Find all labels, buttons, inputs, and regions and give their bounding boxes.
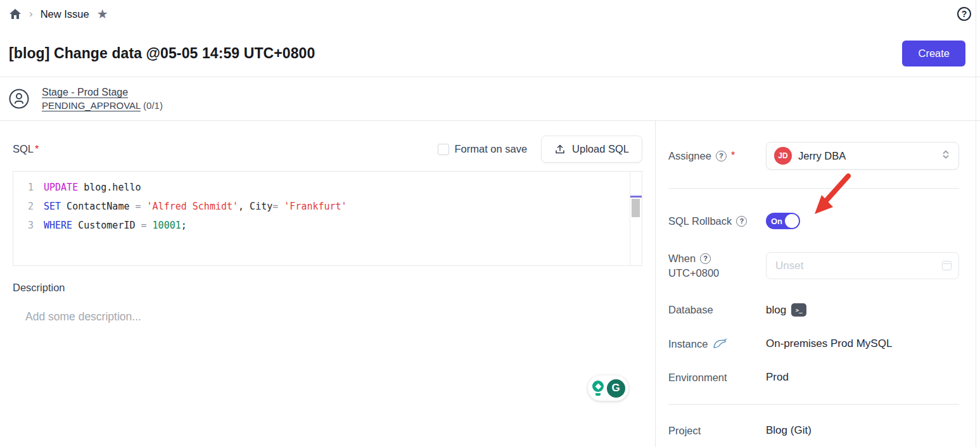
line-number: 1 [13, 178, 44, 197]
sql-console-icon[interactable]: >_ [791, 303, 806, 317]
database-value[interactable]: blog [766, 304, 786, 317]
project-value: Blog (Git) [766, 424, 811, 437]
new-issue-page: › New Issue ★ ? [blog] Change data @05-0… [0, 0, 980, 447]
grammarly-widget[interactable]: G [588, 375, 628, 401]
format-on-save-control[interactable]: Format on save [438, 143, 527, 155]
person-icon [9, 89, 29, 109]
assignee-value: Jerry DBA [798, 150, 934, 162]
required-asterisk: * [35, 143, 39, 154]
sql-header-row: SQL* Format on save Upload SQL [13, 135, 642, 163]
chevron-right-icon: › [29, 8, 33, 20]
when-timezone: UTC+0800 [668, 267, 766, 279]
star-icon[interactable]: ★ [97, 8, 108, 20]
page-title: [blog] Change data @05-05 14:59 UTC+0800 [9, 45, 315, 62]
when-input[interactable] [766, 252, 959, 279]
project-label: Project [668, 425, 766, 437]
sql-rollback-row: SQL Rollback ? On [668, 213, 959, 229]
title-bar: [blog] Change data @05-05 14:59 UTC+0800… [0, 23, 980, 77]
page-scrollbar-track[interactable] [976, 0, 976, 447]
code-line[interactable]: 1UPDATE blog.hello [13, 178, 642, 197]
assignee-label: Assignee [668, 150, 711, 162]
create-button[interactable]: Create [902, 41, 965, 66]
calendar-icon[interactable] [942, 261, 951, 270]
issue-body: SQL* Format on save Upload SQL [0, 121, 980, 447]
sidebar-divider-bottom [668, 404, 959, 405]
sql-actions: Format on save Upload SQL [438, 135, 642, 163]
sql-editor[interactable]: 1UPDATE blog.hello2SET ContactName = 'Al… [13, 171, 642, 266]
editor-overview-decoration [630, 196, 642, 198]
when-label: When [668, 253, 696, 265]
line-number: 3 [13, 216, 44, 235]
code-line[interactable]: 2SET ContactName = 'Alfred Schmidt', Cit… [13, 197, 642, 216]
instance-value: On-premises Prod MySQL [766, 337, 892, 350]
instance-row: Instance On-premises Prod MySQL [668, 337, 959, 350]
breadcrumb: › New Issue ★ [9, 8, 108, 20]
grammarly-icon[interactable]: G [607, 379, 625, 398]
sql-rollback-toggle[interactable]: On [766, 213, 800, 229]
home-icon[interactable] [9, 8, 22, 20]
environment-value: Prod [766, 371, 789, 384]
stage-approval-count: (0/1) [143, 100, 163, 111]
editor-scrollbar[interactable] [630, 172, 642, 265]
sql-rollback-help-icon[interactable]: ? [736, 216, 747, 227]
instance-label: Instance [668, 338, 708, 350]
main-column: SQL* Format on save Upload SQL [0, 121, 656, 447]
breadcrumb-current[interactable]: New Issue [41, 8, 89, 20]
upload-sql-button[interactable]: Upload SQL [541, 135, 642, 163]
issue-sidebar: Assignee ? * JD Jerry DBA [656, 121, 980, 447]
format-on-save-checkbox[interactable] [438, 144, 449, 155]
toggle-knob [785, 214, 799, 228]
stage-bar: Stage - Prod Stage PENDING_APPROVAL (0/1… [0, 77, 980, 121]
database-label: Database [668, 304, 766, 316]
environment-label: Environment [668, 372, 766, 384]
environment-row: Environment Prod [668, 371, 959, 384]
mysql-dolphin-icon [712, 338, 727, 349]
sql-field-label: SQL* [13, 143, 39, 155]
database-row: Database blog >_ [668, 303, 959, 317]
project-row: Project Blog (Git) [668, 424, 959, 437]
description-label: Description [13, 282, 642, 294]
sql-rollback-label: SQL Rollback [668, 215, 732, 227]
editor-lines: 1UPDATE blog.hello2SET ContactName = 'Al… [13, 178, 642, 235]
stage-link[interactable]: Stage - Prod Stage [42, 87, 163, 98]
select-chevrons-icon [941, 149, 951, 163]
format-on-save-label: Format on save [454, 143, 527, 155]
when-help-icon[interactable]: ? [700, 253, 711, 264]
assignee-avatar: JD [774, 147, 792, 165]
assignee-help-icon[interactable]: ? [716, 151, 727, 161]
line-number: 2 [13, 197, 44, 216]
assignee-row: Assignee ? * JD Jerry DBA [668, 142, 959, 170]
help-icon[interactable]: ? [957, 7, 971, 21]
upload-icon [554, 144, 566, 155]
suggestion-bulb-icon[interactable] [592, 381, 604, 396]
top-bar: › New Issue ★ ? [0, 0, 980, 23]
sidebar-divider [668, 188, 959, 189]
description-input[interactable]: Add some description... [25, 310, 642, 324]
stage-status-link[interactable]: PENDING_APPROVAL [42, 100, 141, 111]
assignee-select[interactable]: JD Jerry DBA [766, 142, 959, 170]
scrollbar-thumb[interactable] [632, 199, 640, 217]
assignee-required-asterisk: * [731, 150, 735, 161]
when-row: When ? UTC+0800 [668, 252, 959, 279]
code-line[interactable]: 3WHERE CustomerID = 10001; [13, 216, 642, 235]
toggle-state-label: On [771, 217, 782, 226]
